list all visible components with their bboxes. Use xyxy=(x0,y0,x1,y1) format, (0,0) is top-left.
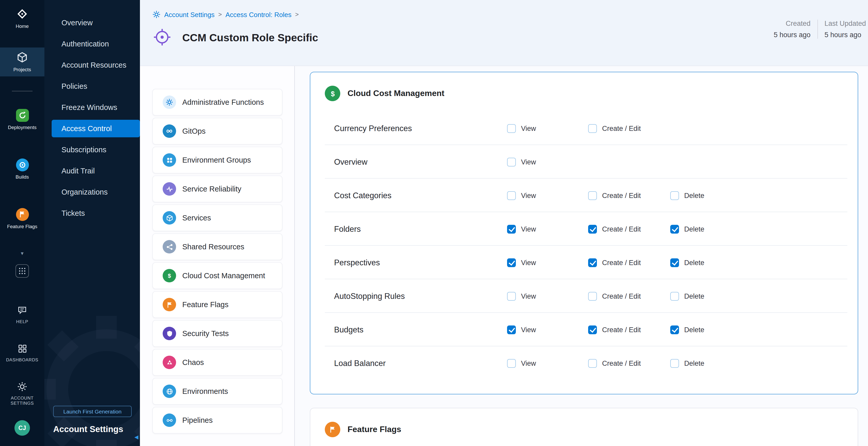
permission-row-cost-categories: Cost Categories View Create / Edit Delet… xyxy=(310,179,858,212)
category-cloud-cost-management[interactable]: $ Cloud Cost Management xyxy=(152,262,282,289)
category-label: Cloud Cost Management xyxy=(182,272,265,280)
page-header: Account Settings > Access Control: Roles… xyxy=(140,0,868,66)
sidebar-item-subscriptions[interactable]: Subscriptions xyxy=(44,139,140,161)
module-home[interactable]: Home xyxy=(0,4,44,29)
create-edit-checkbox[interactable] xyxy=(588,191,597,200)
category-shared-resources[interactable]: Shared Resources xyxy=(152,233,282,260)
module-feature-flags-label: Feature Flags xyxy=(0,224,44,229)
delete-checkbox[interactable] xyxy=(670,258,679,267)
perm-label: Delete xyxy=(684,225,704,233)
view-checkbox[interactable] xyxy=(507,325,516,334)
sidebar-item-overview[interactable]: Overview xyxy=(44,12,140,34)
sidebar-item-authentication[interactable]: Authentication xyxy=(44,34,140,55)
view-checkbox[interactable] xyxy=(507,292,516,300)
deployments-icon xyxy=(0,108,44,122)
panel-title: Cloud Cost Management xyxy=(347,89,444,98)
perm-label: Create / Edit xyxy=(602,326,641,333)
create-edit-checkbox[interactable] xyxy=(588,292,597,300)
category-environments[interactable]: Environments xyxy=(152,378,282,405)
perm-label: Create / Edit xyxy=(602,192,641,199)
cloud-cost-management-icon: $ xyxy=(163,269,176,282)
gitops-icon xyxy=(163,124,176,138)
dashboards-button[interactable]: DASHBOARDS xyxy=(0,339,44,362)
category-label: Feature Flags xyxy=(182,300,228,309)
security-tests-icon xyxy=(163,327,176,340)
category-gitops[interactable]: GitOps xyxy=(152,118,282,145)
view-checkbox[interactable] xyxy=(507,225,516,233)
perm-label: View xyxy=(521,326,536,333)
module-selector-grid-icon[interactable] xyxy=(16,264,29,278)
breadcrumb-access-control-roles[interactable]: Access Control: Roles xyxy=(225,10,291,18)
delete-checkbox[interactable] xyxy=(670,325,679,334)
sidebar-collapse-button[interactable]: ◀ xyxy=(134,434,138,440)
category-label: Pipelines xyxy=(182,416,213,424)
create-edit-checkbox[interactable] xyxy=(588,225,597,233)
category-service-reliability[interactable]: Service Reliability xyxy=(152,176,282,202)
main-content: Account Settings > Access Control: Roles… xyxy=(140,0,868,446)
category-services[interactable]: Services xyxy=(152,204,282,231)
permission-row-folders: Folders View Create / Edit Delete xyxy=(310,212,858,246)
chevron-down-icon[interactable]: ▼ xyxy=(0,251,44,256)
last-updated-value: 5 hours ago xyxy=(825,31,866,39)
view-checkbox[interactable] xyxy=(507,359,516,368)
category-label: Environments xyxy=(182,387,228,395)
sidebar-item-organizations[interactable]: Organizations xyxy=(44,182,140,203)
help-button[interactable]: HELP xyxy=(0,300,44,324)
breadcrumb-separator: > xyxy=(218,11,222,18)
sidebar-item-policies[interactable]: Policies xyxy=(44,76,140,97)
category-security-tests[interactable]: Security Tests xyxy=(152,320,282,347)
user-avatar[interactable]: CJ xyxy=(14,420,30,436)
category-environment-groups[interactable]: Environment Groups xyxy=(152,147,282,173)
delete-checkbox[interactable] xyxy=(670,225,679,233)
view-checkbox[interactable] xyxy=(507,258,516,267)
sidebar-item-access-control[interactable]: Access Control xyxy=(52,120,140,137)
create-edit-checkbox[interactable] xyxy=(588,325,597,334)
perm-view: View xyxy=(507,157,536,166)
sidebar-item-account-resources[interactable]: Account Resources xyxy=(44,55,140,76)
breadcrumb-account-settings[interactable]: Account Settings xyxy=(164,10,215,18)
perm-delete: Delete xyxy=(670,258,704,267)
delete-checkbox[interactable] xyxy=(670,191,679,200)
category-chaos[interactable]: Chaos xyxy=(152,349,282,376)
create-edit-checkbox[interactable] xyxy=(588,359,597,368)
module-feature-flags[interactable]: Feature Flags xyxy=(0,204,44,229)
perm-label: View xyxy=(521,192,536,199)
panel-title: Feature Flags xyxy=(347,425,401,434)
perm-label: Create / Edit xyxy=(602,225,641,233)
module-builds[interactable]: Builds xyxy=(0,155,44,180)
view-checkbox[interactable] xyxy=(507,191,516,200)
view-checkbox[interactable] xyxy=(507,157,516,166)
sidebar-item-audit-trail[interactable]: Audit Trail xyxy=(44,161,140,182)
module-deployments[interactable]: Deployments xyxy=(0,105,44,130)
account-settings-button[interactable]: ACCOUNT SETTINGS xyxy=(0,377,44,406)
perm-label: View xyxy=(521,225,536,233)
perm-view: View xyxy=(507,258,536,267)
category-administrative-functions[interactable]: Administrative Functions xyxy=(152,89,282,116)
projects-cube-icon xyxy=(0,51,44,64)
help-label: HELP xyxy=(0,319,44,324)
svg-text:$: $ xyxy=(168,273,171,279)
sidebar-item-tickets[interactable]: Tickets xyxy=(44,203,140,224)
rail-divider xyxy=(12,91,33,91)
breadcrumb: Account Settings > Access Control: Roles… xyxy=(152,10,299,19)
delete-checkbox[interactable] xyxy=(670,359,679,368)
create-edit-checkbox[interactable] xyxy=(588,124,597,133)
perm-create-edit: Create / Edit xyxy=(588,124,641,133)
account-settings-icon xyxy=(152,10,161,19)
delete-checkbox[interactable] xyxy=(670,292,679,300)
gear-icon xyxy=(0,380,44,393)
permission-row-autostopping-rules: AutoStopping Rules View Create / Edit De… xyxy=(310,279,858,313)
category-label: Service Reliability xyxy=(182,185,241,193)
perm-create-edit: Create / Edit xyxy=(588,292,641,300)
module-projects[interactable]: Projects xyxy=(0,47,44,76)
launch-first-generation-button[interactable]: Launch First Generation xyxy=(53,406,132,417)
created-label: Created xyxy=(786,20,810,27)
create-edit-checkbox[interactable] xyxy=(588,258,597,267)
category-feature-flags[interactable]: Feature Flags xyxy=(152,291,282,318)
permission-row-label: Load Balancer xyxy=(334,358,386,368)
module-projects-label: Projects xyxy=(0,67,44,72)
perm-label: Create / Edit xyxy=(602,259,641,266)
category-pipelines[interactable]: Pipelines xyxy=(152,407,282,434)
view-checkbox[interactable] xyxy=(507,124,516,133)
sidebar-item-freeze-windows[interactable]: Freeze Windows xyxy=(44,97,140,118)
